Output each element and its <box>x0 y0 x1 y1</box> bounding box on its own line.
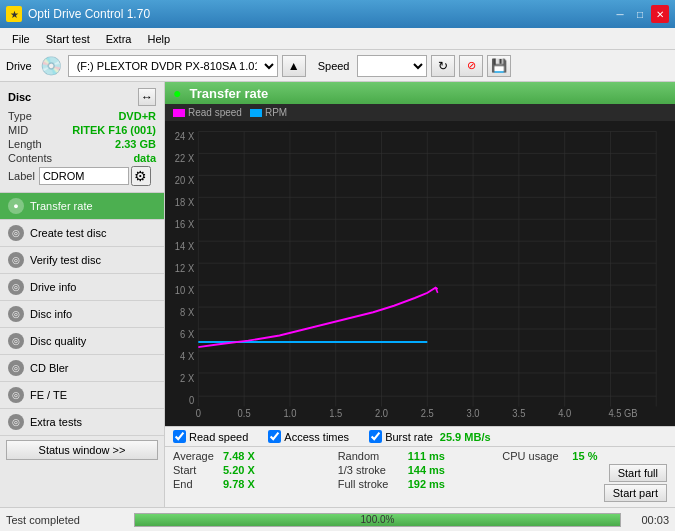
start-full-button[interactable]: Start full <box>609 464 667 482</box>
eject-button[interactable]: ▲ <box>282 55 306 77</box>
stats-col-1: Average 7.48 X Start 5.20 X End 9.78 X <box>173 450 338 504</box>
svg-text:2 X: 2 X <box>180 371 194 384</box>
access-times-checkbox[interactable] <box>268 430 281 443</box>
svg-text:8 X: 8 X <box>180 305 194 318</box>
disc-label-row: Label ⚙ <box>8 166 156 186</box>
progress-container: 100.0% <box>134 513 621 527</box>
svg-text:1.5: 1.5 <box>329 406 342 419</box>
chart-svg: 24 X 22 X 20 X 18 X 16 X 14 X 12 X 10 X … <box>165 125 675 422</box>
nav-verify-test-disc-label: Verify test disc <box>30 254 101 266</box>
status-bar: Test completed 100.0% 00:03 <box>0 507 675 531</box>
sidebar: Disc ↔ Type DVD+R MID RITEK F16 (001) Le… <box>0 82 165 507</box>
time-display: 00:03 <box>629 514 669 526</box>
nav-fe-te[interactable]: ◎ FE / TE <box>0 382 164 409</box>
refresh-button[interactable]: ↻ <box>431 55 455 77</box>
read-speed-checkbox[interactable] <box>173 430 186 443</box>
stat-average-row: Average 7.48 X <box>173 450 338 462</box>
nav-drive-info[interactable]: ◎ Drive info <box>0 274 164 301</box>
svg-text:4.0: 4.0 <box>558 406 571 419</box>
burst-rate-check-label: Burst rate <box>385 431 433 443</box>
legend-read-speed: Read speed <box>173 107 242 118</box>
disc-refresh-button[interactable]: ↔ <box>138 88 156 106</box>
nav-cd-bler[interactable]: ◎ CD Bler <box>0 355 164 382</box>
nav-extra-tests-label: Extra tests <box>30 416 82 428</box>
disc-mid-value: RITEK F16 (001) <box>72 124 156 136</box>
drive-icon: 💿 <box>40 55 62 77</box>
menu-extra[interactable]: Extra <box>98 31 140 47</box>
app-icon: ★ <box>6 6 22 22</box>
svg-text:2.0: 2.0 <box>375 406 388 419</box>
menu-start-test[interactable]: Start test <box>38 31 98 47</box>
nav-transfer-rate[interactable]: ● Transfer rate <box>0 193 164 220</box>
transfer-rate-icon: ● <box>8 198 24 214</box>
drive-select[interactable]: (F:) PLEXTOR DVDR PX-810SA 1.01 <box>68 55 278 77</box>
menu-bar: File Start test Extra Help <box>0 28 675 50</box>
app-title: Opti Drive Control 1.70 <box>28 7 150 21</box>
stat-cpu-label: CPU usage <box>502 450 572 462</box>
nav-disc-info[interactable]: ◎ Disc info <box>0 301 164 328</box>
stats-col-3: CPU usage 15 % Start full Start part <box>502 450 667 504</box>
stats-area: Average 7.48 X Start 5.20 X End 9.78 X R… <box>165 446 675 507</box>
fe-te-icon: ◎ <box>8 387 24 403</box>
burst-rate-checkbox[interactable] <box>369 430 382 443</box>
read-speed-color <box>173 109 185 117</box>
stat-stroke13-row: 1/3 stroke 144 ms <box>338 464 503 476</box>
start-part-button[interactable]: Start part <box>604 484 667 502</box>
nav-extra-tests[interactable]: ◎ Extra tests <box>0 409 164 436</box>
extra-tests-icon: ◎ <box>8 414 24 430</box>
stat-full-stroke-row: Full stroke 192 ms <box>338 478 503 490</box>
maximize-button[interactable]: □ <box>631 5 649 23</box>
svg-text:3.5: 3.5 <box>512 406 525 419</box>
cd-bler-icon: ◎ <box>8 360 24 376</box>
nav-verify-test-disc[interactable]: ◎ Verify test disc <box>0 247 164 274</box>
chart-controls: Read speed Access times Burst rate 25.9 … <box>165 426 675 446</box>
burst-rate-check: Burst rate 25.9 MB/s <box>369 430 490 443</box>
menu-help[interactable]: Help <box>139 31 178 47</box>
save-button[interactable]: 💾 <box>487 55 511 77</box>
verify-test-disc-icon: ◎ <box>8 252 24 268</box>
toolbar: Drive 💿 (F:) PLEXTOR DVDR PX-810SA 1.01 … <box>0 50 675 82</box>
disc-contents-row: Contents data <box>8 152 156 164</box>
title-bar: ★ Opti Drive Control 1.70 ─ □ ✕ <box>0 0 675 28</box>
stat-end-label: End <box>173 478 223 490</box>
chart-icon: ● <box>173 85 181 101</box>
nav-disc-info-label: Disc info <box>30 308 72 320</box>
disc-label-label: Label <box>8 170 35 182</box>
access-times-check: Access times <box>268 430 349 443</box>
svg-text:4.5 GB: 4.5 GB <box>608 406 637 419</box>
nav-cd-bler-label: CD Bler <box>30 362 69 374</box>
disc-mid-label: MID <box>8 124 28 136</box>
right-panel: ● Transfer rate Read speed RPM <box>165 82 675 507</box>
read-speed-check: Read speed <box>173 430 248 443</box>
nav-create-test-disc[interactable]: ◎ Create test disc <box>0 220 164 247</box>
disc-label-input[interactable] <box>39 167 129 185</box>
svg-text:18 X: 18 X <box>175 195 194 208</box>
drive-label: Drive <box>6 60 32 72</box>
status-text: Test completed <box>6 514 126 526</box>
disc-type-label: Type <box>8 110 32 122</box>
nav-disc-quality[interactable]: ◎ Disc quality <box>0 328 164 355</box>
disc-mid-row: MID RITEK F16 (001) <box>8 124 156 136</box>
status-window-button[interactable]: Status window >> <box>6 440 158 460</box>
close-button[interactable]: ✕ <box>651 5 669 23</box>
disc-info-icon: ◎ <box>8 306 24 322</box>
drive-info-icon: ◎ <box>8 279 24 295</box>
speed-select[interactable] <box>357 55 427 77</box>
stat-end-row: End 9.78 X <box>173 478 338 490</box>
svg-text:14 X: 14 X <box>175 239 194 252</box>
nav-transfer-rate-label: Transfer rate <box>30 200 93 212</box>
read-speed-legend-label: Read speed <box>188 107 242 118</box>
chart-legend: Read speed RPM <box>165 104 675 121</box>
minimize-button[interactable]: ─ <box>611 5 629 23</box>
stat-start-row: Start 5.20 X <box>173 464 338 476</box>
menu-file[interactable]: File <box>4 31 38 47</box>
clear-button[interactable]: ⊘ <box>459 55 483 77</box>
rpm-legend-label: RPM <box>265 107 287 118</box>
disc-title: Disc <box>8 91 31 103</box>
main-content: Disc ↔ Type DVD+R MID RITEK F16 (001) Le… <box>0 82 675 507</box>
disc-label-settings-button[interactable]: ⚙ <box>131 166 151 186</box>
speed-label: Speed <box>318 60 350 72</box>
stat-random-label: Random <box>338 450 408 462</box>
svg-text:0: 0 <box>196 406 201 419</box>
disc-header: Disc ↔ <box>8 88 156 106</box>
